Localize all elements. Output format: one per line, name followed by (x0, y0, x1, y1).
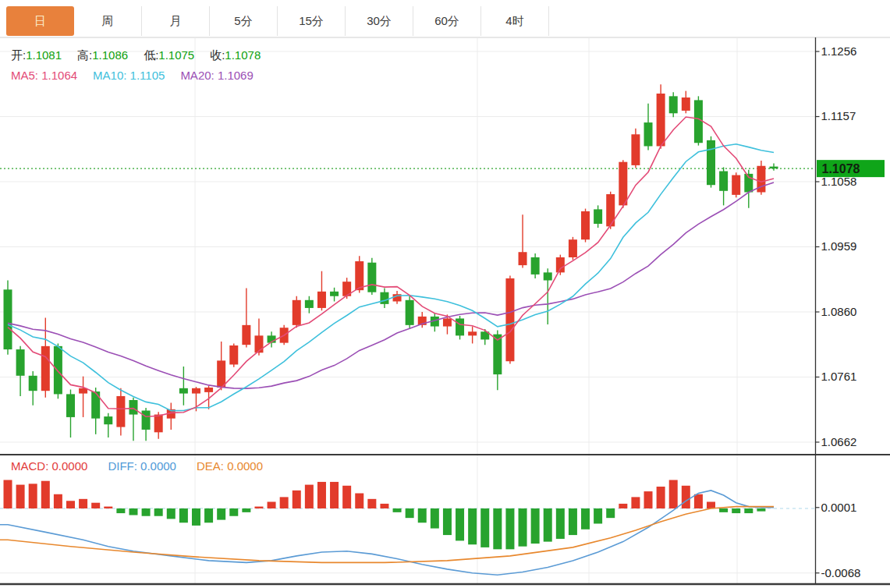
candle (293, 300, 301, 325)
candle (443, 318, 452, 326)
macd-bar (744, 508, 753, 513)
macd-bar (418, 508, 427, 522)
candle (179, 388, 188, 394)
macd-bar (179, 508, 188, 522)
macd-bar (342, 486, 351, 508)
macd-bar (707, 501, 715, 508)
trading-chart-app: 日 周 月 5分 15分 30分 60分 4时 开:1.1081 高:1.108… (0, 0, 890, 588)
macd-bar (317, 482, 326, 508)
macd-bar (355, 494, 363, 508)
macd-bar (116, 508, 125, 513)
macd-bar (719, 508, 728, 512)
macd-bar (581, 508, 590, 530)
macd-bar (254, 507, 263, 508)
candle (644, 122, 653, 146)
macd-bar (456, 508, 464, 540)
dea-line (0, 507, 774, 563)
candle (4, 289, 12, 349)
axis-tick-label: 1.0761 (821, 370, 857, 383)
axis-tick-label: 1.0959 (821, 239, 857, 253)
macd-bar (229, 508, 238, 516)
candle (594, 209, 602, 224)
ma5-line (8, 117, 774, 416)
candle (770, 167, 778, 169)
tab-month[interactable]: 月 (142, 6, 210, 36)
macd-bar (682, 486, 690, 508)
tab-5min[interactable]: 5分 (210, 6, 278, 36)
macd-bar (242, 508, 250, 512)
candle (242, 325, 250, 345)
candle (732, 175, 740, 195)
macd-bar (54, 494, 62, 508)
macd-bar (66, 501, 75, 508)
candle (229, 345, 238, 364)
tab-4hour[interactable]: 4时 (481, 6, 549, 36)
macd-bar (556, 508, 565, 539)
macd-bar (79, 499, 87, 508)
candles (4, 84, 778, 441)
candle (204, 388, 213, 392)
macd-bar (280, 497, 289, 508)
candle (104, 416, 112, 424)
macd-bar (41, 481, 50, 508)
candle (682, 97, 690, 111)
candle (54, 346, 62, 395)
macd-bar (129, 508, 137, 515)
current-price-tag-text: 1.1078 (822, 162, 860, 175)
macd-bar (4, 480, 12, 508)
macd-bar (468, 508, 477, 544)
chart-canvas[interactable]: 1.12561.11571.10581.09591.08601.07611.06… (0, 37, 890, 588)
macd-bar (669, 480, 678, 508)
ma20-line (8, 182, 774, 388)
candle (355, 261, 363, 290)
candle (406, 300, 414, 325)
tab-30min[interactable]: 30分 (346, 6, 413, 36)
axis-tick-label: -0.0068 (821, 566, 861, 579)
macd-bar (694, 494, 703, 508)
axis-tick-label: 1.0860 (821, 305, 857, 318)
macd-bar (305, 485, 314, 508)
macd-bar (631, 497, 640, 508)
axis-tick-label: 1.1157 (821, 109, 856, 122)
tab-day[interactable]: 日 (6, 6, 74, 36)
candle (719, 171, 728, 190)
axis-tick-label: 0.0001 (821, 501, 857, 514)
macd-bar (204, 508, 213, 522)
tab-week[interactable]: 周 (74, 6, 142, 36)
macd-bar (519, 508, 527, 547)
macd-histogram (4, 480, 766, 549)
candle (669, 96, 678, 113)
candle (29, 376, 37, 391)
macd-bar (167, 508, 176, 519)
macd-bar (606, 508, 615, 518)
ma10-line (8, 144, 774, 411)
candle (129, 400, 137, 415)
macd-bar (732, 508, 740, 513)
macd-bar (657, 487, 665, 508)
axis-tick-label: 1.0662 (821, 435, 857, 448)
tab-60min[interactable]: 60分 (413, 6, 481, 36)
macd-bar (443, 508, 452, 535)
candle (142, 410, 151, 429)
macd-bar (757, 508, 765, 512)
macd-bar (544, 508, 552, 542)
macd-bar (569, 508, 577, 535)
candle (317, 292, 326, 308)
macd-bar (367, 499, 376, 508)
candle (116, 396, 125, 427)
candle (657, 94, 665, 146)
candle (468, 331, 477, 335)
macd-bar (531, 508, 540, 544)
candle (631, 134, 640, 165)
macd-bar (480, 508, 489, 547)
tab-15min[interactable]: 15分 (278, 6, 346, 36)
candle (544, 272, 552, 280)
macd-bar (619, 504, 627, 508)
candle (581, 211, 590, 239)
macd-bar (29, 484, 37, 508)
candle (694, 100, 703, 143)
candle (619, 162, 627, 206)
candle (192, 388, 200, 394)
macd-bar (104, 507, 112, 508)
macd-bar (91, 503, 100, 508)
